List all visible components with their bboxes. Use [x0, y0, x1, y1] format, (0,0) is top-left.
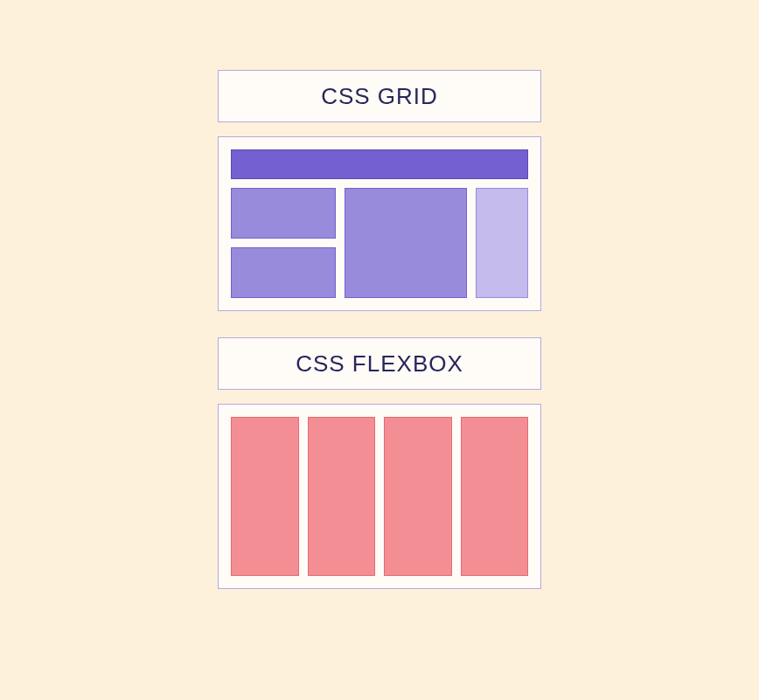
grid-label-panel: CSS GRID — [218, 70, 541, 122]
flexbox-label-panel: CSS FLEXBOX — [218, 337, 541, 390]
grid-cell-center — [345, 188, 467, 298]
grid-cell-left-top — [231, 188, 336, 239]
flex-item — [231, 417, 299, 576]
grid-demo-panel — [218, 136, 541, 311]
flexbox-label: CSS FLEXBOX — [296, 350, 463, 378]
flexbox-demo-panel — [218, 404, 541, 589]
grid-cell-left-bottom — [231, 247, 336, 298]
grid-label: CSS GRID — [321, 83, 438, 110]
flex-item — [384, 417, 452, 576]
flex-item — [461, 417, 529, 576]
grid-cell-right — [476, 188, 528, 298]
grid-cell-header — [231, 149, 528, 179]
flex-item — [308, 417, 376, 576]
